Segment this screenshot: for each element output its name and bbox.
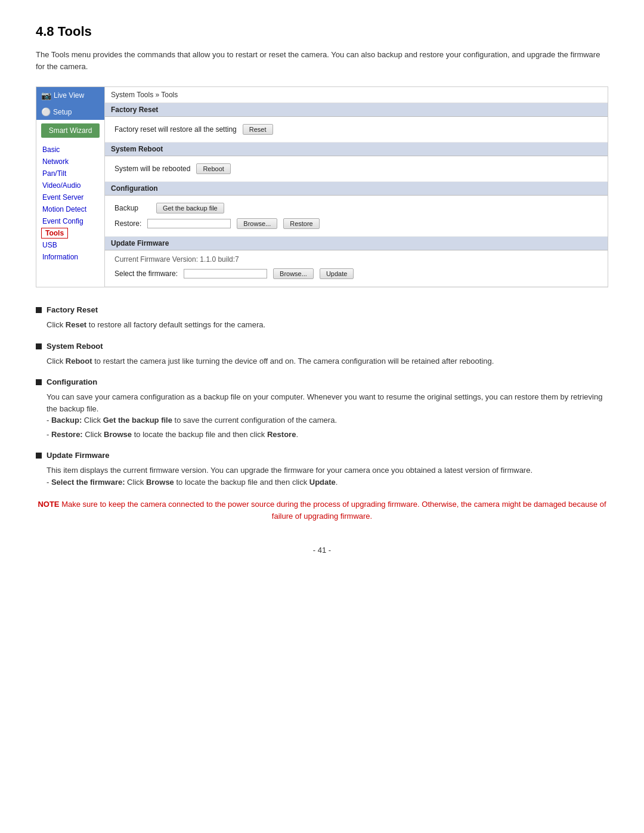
sidebar-item-setup[interactable]: ⚪ Setup bbox=[36, 104, 104, 120]
sidebar-item-information[interactable]: Information bbox=[36, 251, 104, 263]
bullet-icon bbox=[36, 379, 42, 385]
update-firmware-body: Current Firmware Version: 1.1.0 build:7 … bbox=[105, 250, 608, 287]
factory-reset-body: Factory reset will restore all the setti… bbox=[105, 117, 608, 143]
desc-factory-reset: Factory Reset Click Reset to restore all… bbox=[36, 305, 608, 331]
bullet-icon bbox=[36, 453, 42, 459]
sidebar-item-pan-tilt[interactable]: Pan/Tilt bbox=[36, 168, 104, 179]
backup-row: Backup Get the backup file bbox=[114, 200, 598, 216]
current-firmware-version: Current Firmware Version: 1.1.0 build:7 bbox=[114, 255, 598, 264]
system-reboot-header: System Reboot bbox=[105, 143, 608, 156]
bullet-icon bbox=[36, 343, 42, 349]
desc-factory-reset-body: Click Reset to restore all factory defau… bbox=[47, 319, 608, 331]
restore-row: Restore: Browse... Restore bbox=[114, 216, 598, 231]
sidebar-nav: Basic Network Pan/Tilt Video/Audio Event… bbox=[36, 141, 104, 265]
sidebar-item-tools[interactable]: Tools bbox=[41, 228, 68, 239]
system-reboot-desc: System will be rebooted bbox=[114, 165, 190, 173]
sub-bullet-backup: Backup: Click Get the backup file to sav… bbox=[47, 414, 608, 426]
desc-update-firmware-body: This item displays the current firmware … bbox=[47, 465, 608, 476]
page-title: 4.8 Tools bbox=[36, 24, 608, 39]
factory-reset-row: Factory reset will restore all the setti… bbox=[114, 122, 598, 137]
breadcrumb: System Tools » Tools bbox=[105, 87, 608, 103]
sidebar-item-video-audio[interactable]: Video/Audio bbox=[36, 179, 104, 191]
firmware-browse-button[interactable]: Browse... bbox=[273, 268, 314, 279]
reboot-button[interactable]: Reboot bbox=[196, 163, 230, 174]
firmware-select-row: Select the firmware: Browse... Update bbox=[114, 266, 598, 281]
sidebar-item-network[interactable]: Network bbox=[36, 156, 104, 168]
note-bold: NOTE bbox=[38, 500, 59, 509]
sidebar-item-event-config[interactable]: Event Config bbox=[36, 215, 104, 227]
system-reboot-body: System will be rebooted Reboot bbox=[105, 156, 608, 182]
restore-label: Restore: bbox=[114, 219, 141, 228]
sidebar-item-live-view[interactable]: 📷 Live View bbox=[36, 87, 104, 104]
sidebar-item-motion-detect[interactable]: Motion Detect bbox=[36, 203, 104, 215]
firmware-input[interactable] bbox=[184, 269, 267, 278]
live-view-label: Live View bbox=[54, 91, 84, 100]
sidebar-item-event-server[interactable]: Event Server bbox=[36, 191, 104, 203]
note-section: NOTE Make sure to keep the camera connec… bbox=[36, 498, 608, 522]
intro-text: The Tools menu provides the commands tha… bbox=[36, 49, 608, 72]
sub-bullet-restore: Restore: Click Browse to locate the back… bbox=[47, 429, 608, 441]
desc-system-reboot-body: Click Reboot to restart the camera just … bbox=[47, 355, 608, 367]
get-backup-button[interactable]: Get the backup file bbox=[156, 203, 224, 213]
factory-reset-desc: Factory reset will restore all the setti… bbox=[114, 125, 237, 134]
desc-system-reboot-title: System Reboot bbox=[47, 342, 103, 351]
sidebar: 📷 Live View ⚪ Setup Smart Wizard Basic N… bbox=[36, 87, 105, 287]
restore-button[interactable]: Restore bbox=[283, 218, 320, 229]
restore-input[interactable] bbox=[147, 219, 231, 228]
note-text: Make sure to keep the camera connected t… bbox=[60, 500, 606, 521]
desc-configuration-title: Configuration bbox=[47, 377, 97, 386]
system-reboot-row: System will be rebooted Reboot bbox=[114, 161, 598, 176]
ui-panel: 📷 Live View ⚪ Setup Smart Wizard Basic N… bbox=[36, 86, 608, 287]
main-content: System Tools » Tools Factory Reset Facto… bbox=[105, 87, 608, 287]
factory-reset-header: Factory Reset bbox=[105, 103, 608, 117]
camera-icon: 📷 bbox=[41, 91, 51, 100]
sub-bullet-firmware: Select the firmware: Click Browse to loc… bbox=[47, 476, 608, 488]
update-button[interactable]: Update bbox=[320, 268, 354, 279]
desc-update-firmware-title: Update Firmware bbox=[47, 451, 109, 460]
configuration-header: Configuration bbox=[105, 182, 608, 196]
sidebar-item-usb[interactable]: USB bbox=[36, 239, 104, 251]
descriptions-section: Factory Reset Click Reset to restore all… bbox=[36, 305, 608, 488]
desc-update-firmware: Update Firmware This item displays the c… bbox=[36, 451, 608, 488]
setup-label: Setup bbox=[53, 108, 72, 116]
sidebar-smart-wizard-button[interactable]: Smart Wizard bbox=[41, 123, 100, 138]
desc-configuration-body: You can save your camera configuration a… bbox=[47, 391, 608, 414]
configuration-body: Backup Get the backup file Restore: Brow… bbox=[105, 196, 608, 237]
backup-label: Backup bbox=[114, 204, 150, 212]
update-firmware-header: Update Firmware bbox=[105, 237, 608, 250]
desc-system-reboot: System Reboot Click Reboot to restart th… bbox=[36, 342, 608, 367]
desc-configuration: Configuration You can save your camera c… bbox=[36, 377, 608, 440]
page-number: - 41 - bbox=[36, 546, 608, 555]
select-firmware-label: Select the firmware: bbox=[114, 270, 178, 278]
bullet-icon bbox=[36, 307, 42, 313]
desc-factory-reset-title: Factory Reset bbox=[47, 305, 98, 314]
setup-icon: ⚪ bbox=[41, 107, 51, 116]
sidebar-item-basic[interactable]: Basic bbox=[36, 144, 104, 156]
restore-browse-button[interactable]: Browse... bbox=[237, 218, 277, 229]
smart-wizard-label: Smart Wizard bbox=[49, 126, 92, 135]
reset-button[interactable]: Reset bbox=[243, 124, 273, 135]
